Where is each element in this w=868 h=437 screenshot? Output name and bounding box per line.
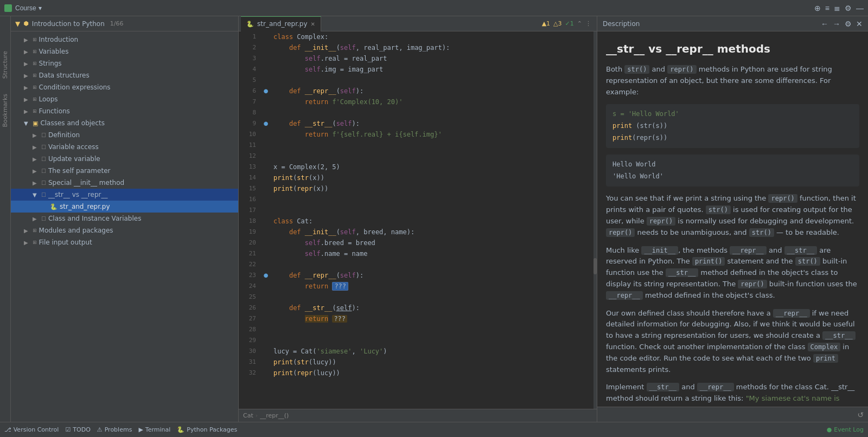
list-icon[interactable]: ≡ bbox=[825, 4, 829, 12]
code-line-8: 8 bbox=[239, 107, 597, 118]
sidebar-item-label: Update variable bbox=[48, 155, 100, 163]
event-log-item[interactable]: ● Event Log bbox=[827, 426, 864, 433]
code-line-29: 29 bbox=[239, 335, 597, 346]
sidebar-item-introduction[interactable]: ▶ ⊞ Introduction bbox=[11, 34, 238, 46]
inline-code-str3: str() bbox=[749, 228, 774, 237]
checkbox-icon: ☐ bbox=[41, 192, 46, 198]
sidebar-item-data-structures[interactable]: ▶ ⊞ Data structures bbox=[11, 69, 238, 81]
inline-code-str5: str() bbox=[795, 257, 820, 266]
description-content: __str__ vs __repr__ methods Both str() a… bbox=[597, 31, 868, 407]
forward-icon[interactable]: → bbox=[833, 20, 840, 28]
description-para3: Much like __init__, the methods __repr__… bbox=[606, 245, 859, 301]
code-line-17: 17 bbox=[239, 205, 597, 216]
terminal-label: Terminal bbox=[145, 426, 171, 433]
sidebar-item-condition-expressions[interactable]: ▶ ⊞ Condition expressions bbox=[11, 81, 238, 93]
sidebar-root-count: 1/66 bbox=[110, 20, 124, 27]
inline-code-str4: __str__ bbox=[784, 246, 818, 255]
breadcrumb-separator: › bbox=[256, 412, 258, 419]
collapse-panel-icon[interactable]: ✕ bbox=[856, 20, 863, 28]
sidebar-item-functions[interactable]: ▶ ⊞ Functions bbox=[11, 105, 238, 117]
sidebar-item-classes-objects[interactable]: ▼ ▣ Classes and objects bbox=[11, 117, 238, 129]
code-line-21: 21 self.name = name bbox=[239, 248, 597, 259]
sidebar-item-variable-access[interactable]: ▶ ☐ Variable access bbox=[11, 141, 238, 153]
sidebar-item-label: Introduction bbox=[39, 36, 79, 43]
code-line-30: 30 lucy = Cat('siamese', 'Lucy') bbox=[239, 346, 597, 357]
inline-code-str6: __str__ bbox=[822, 331, 856, 340]
code-line-31: 31 print(str(lucy)) bbox=[239, 357, 597, 368]
tab-close-button[interactable]: ✕ bbox=[311, 21, 315, 27]
sidebar-item-special-init[interactable]: ▶ ☐ Special __init__ method bbox=[11, 177, 238, 189]
bookmarks-tab[interactable]: Bookmarks bbox=[1, 92, 10, 129]
code-line-22: 22 bbox=[239, 259, 597, 270]
back-icon[interactable]: ← bbox=[821, 20, 828, 28]
right-panel-footer: ↺ bbox=[597, 407, 868, 422]
grid-icon: ⊞ bbox=[33, 108, 37, 114]
editor-content[interactable]: 1 class Complex: 2 def __init__(self, re… bbox=[239, 31, 597, 409]
inline-code-repr5: __repr__ bbox=[730, 246, 767, 255]
top-bar: Course ▾ ⊕ ≡ ≣ ⚙ — bbox=[0, 0, 868, 16]
inline-code-init: __init__ bbox=[641, 246, 678, 255]
terminal-item[interactable]: ▶ Terminal bbox=[138, 426, 170, 433]
sidebar-item-class-instance-vars[interactable]: ▶ ☐ Class and Instance Variables bbox=[11, 213, 238, 224]
sidebar-item-str-and-repr-py[interactable]: 🐍 str_and_repr.py bbox=[11, 201, 238, 213]
sidebar-item-label: Data structures bbox=[39, 72, 90, 79]
warning-count-icon: ▲1 bbox=[542, 20, 550, 27]
chevron-right-icon: ▶ bbox=[24, 97, 30, 102]
chevron-right-icon: ▶ bbox=[24, 49, 30, 55]
settings-panel-icon[interactable]: ⚙ bbox=[845, 20, 852, 28]
minimize-icon[interactable]: — bbox=[856, 4, 864, 12]
reset-icon[interactable]: ↺ bbox=[857, 410, 864, 419]
chevron-down-icon: ▼ bbox=[33, 192, 39, 198]
sidebar-item-label: Condition expressions bbox=[39, 83, 111, 91]
todo-item[interactable]: ☑ TODO bbox=[65, 426, 90, 433]
editor-tab-str-repr[interactable]: 🐍 str_and_repr.py ✕ bbox=[241, 16, 321, 31]
ok-count-icon: ✓1 bbox=[565, 20, 574, 27]
terminal-icon: ▶ bbox=[138, 426, 143, 433]
code-line-24: 24 return ??? bbox=[239, 281, 597, 292]
problems-item[interactable]: ⚠ Problems bbox=[97, 426, 132, 433]
todo-icon: ☑ bbox=[65, 426, 71, 433]
sidebar-item-str-repr[interactable]: ▼ ☐ __str__ vs __repr__ bbox=[11, 189, 238, 201]
course-button[interactable]: Course ▾ bbox=[15, 4, 42, 12]
sidebar-root-label: Introduction to Python bbox=[32, 20, 105, 28]
top-bar-left: Course ▾ bbox=[4, 4, 42, 12]
menu-icon[interactable]: ≣ bbox=[834, 4, 840, 12]
grid-icon: ⊞ bbox=[33, 97, 37, 102]
expand-icon[interactable]: ⌃ bbox=[577, 20, 582, 27]
sidebar-item-update-variable[interactable]: ▶ ☐ Update variable bbox=[11, 153, 238, 165]
sidebar-item-definition[interactable]: ▶ ☐ Definition bbox=[11, 129, 238, 141]
python-packages-item[interactable]: 🐍 Python Packages bbox=[177, 426, 237, 433]
sidebar-item-label: Definition bbox=[48, 131, 80, 139]
code-line-26: 26 def __str__(self): bbox=[239, 303, 597, 313]
inline-code-repr4: repr() bbox=[606, 228, 635, 237]
chevron-down-icon: ▼ bbox=[24, 120, 30, 126]
structure-tab[interactable]: Structure bbox=[1, 49, 10, 81]
right-panel: Description ← → ⚙ ✕ __str__ vs __repr__ … bbox=[597, 16, 868, 422]
left-edge-tabs: Structure Bookmarks bbox=[0, 16, 11, 422]
add-icon[interactable]: ⊕ bbox=[814, 4, 821, 12]
inline-code-repr2: repr() bbox=[768, 194, 797, 203]
settings-icon[interactable]: ⚙ bbox=[845, 4, 852, 12]
python-packages-icon: 🐍 bbox=[177, 426, 184, 433]
sidebar-item-self-parameter[interactable]: ▶ ☐ The self parameter bbox=[11, 165, 238, 177]
sidebar-item-variables[interactable]: ▶ ⊞ Variables bbox=[11, 46, 238, 57]
right-panel-header: Description ← → ⚙ ✕ bbox=[597, 16, 868, 31]
chevron-right-icon: ▶ bbox=[33, 156, 39, 162]
version-control-item[interactable]: ⎇ Version Control bbox=[4, 426, 59, 433]
sidebar-item-strings[interactable]: ▶ ⊞ Strings bbox=[11, 57, 238, 69]
output-block-example: Hello World 'Hello World' bbox=[606, 155, 859, 187]
code-line-1: 1 class Complex: bbox=[239, 31, 597, 42]
sidebar-item-loops[interactable]: ▶ ⊞ Loops bbox=[11, 93, 238, 105]
code-line-4: 4 self.img = imag_part bbox=[239, 64, 597, 75]
chevron-right-icon: ▶ bbox=[33, 216, 39, 222]
more-icon[interactable]: ⋮ bbox=[585, 20, 591, 27]
code-line-9: 9 ● def __str__(self): bbox=[239, 118, 597, 129]
sidebar-item-label: Modules and packages bbox=[39, 227, 113, 234]
sidebar-item-label: Classes and objects bbox=[40, 119, 105, 127]
sidebar-item-file-input-output[interactable]: ▶ ⊞ File input output bbox=[11, 236, 238, 248]
str-example-text: "My siamese cat's name is Lucy" bbox=[606, 394, 840, 407]
warning-triangle-icon: △3 bbox=[553, 20, 561, 27]
code-line-14: 14 print(str(x)) bbox=[239, 172, 597, 183]
sidebar-item-modules-packages[interactable]: ▶ ⊞ Modules and packages bbox=[11, 224, 238, 236]
code-line-19: 19 def __init__(self, breed, name): bbox=[239, 227, 597, 237]
